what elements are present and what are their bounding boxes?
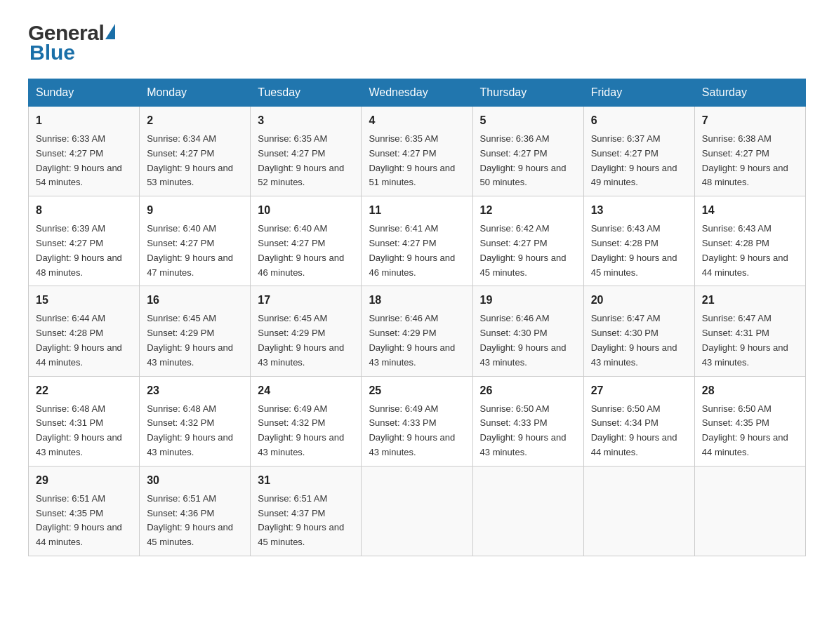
header-day-saturday: Saturday [694, 79, 805, 107]
day-cell-14: 14Sunrise: 6:43 AMSunset: 4:28 PMDayligh… [694, 196, 805, 286]
day-info: Sunrise: 6:47 AMSunset: 4:30 PMDaylight:… [591, 311, 687, 370]
day-cell-2: 2Sunrise: 6:34 AMSunset: 4:27 PMDaylight… [140, 107, 251, 196]
day-cell-16: 16Sunrise: 6:45 AMSunset: 4:29 PMDayligh… [140, 286, 251, 376]
day-number: 15 [36, 292, 132, 309]
day-info: Sunrise: 6:40 AMSunset: 4:27 PMDaylight:… [258, 222, 354, 280]
day-number: 14 [702, 202, 798, 219]
day-info: Sunrise: 6:35 AMSunset: 4:27 PMDaylight:… [258, 132, 354, 190]
day-info: Sunrise: 6:42 AMSunset: 4:27 PMDaylight:… [480, 222, 576, 280]
day-number: 5 [480, 112, 576, 129]
day-cell-27: 27Sunrise: 6:50 AMSunset: 4:34 PMDayligh… [583, 376, 694, 466]
header-day-tuesday: Tuesday [251, 79, 362, 107]
week-row-3: 15Sunrise: 6:44 AMSunset: 4:28 PMDayligh… [29, 286, 806, 376]
day-info: Sunrise: 6:50 AMSunset: 4:35 PMDaylight:… [702, 402, 798, 460]
day-info: Sunrise: 6:49 AMSunset: 4:32 PMDaylight:… [258, 402, 354, 460]
day-cell-11: 11Sunrise: 6:41 AMSunset: 4:27 PMDayligh… [362, 196, 472, 286]
day-info: Sunrise: 6:51 AMSunset: 4:37 PMDaylight:… [258, 492, 354, 550]
day-info: Sunrise: 6:34 AMSunset: 4:27 PMDaylight:… [147, 132, 243, 190]
logo-blue-text: Blue [29, 41, 75, 65]
day-number: 10 [258, 202, 354, 219]
header-day-friday: Friday [583, 79, 694, 107]
day-cell-20: 20Sunrise: 6:47 AMSunset: 4:30 PMDayligh… [583, 286, 694, 376]
page-header: General Blue [28, 21, 806, 65]
day-cell-12: 12Sunrise: 6:42 AMSunset: 4:27 PMDayligh… [472, 196, 583, 286]
day-cell-25: 25Sunrise: 6:49 AMSunset: 4:33 PMDayligh… [362, 376, 472, 466]
day-info: Sunrise: 6:50 AMSunset: 4:33 PMDaylight:… [480, 402, 576, 460]
day-info: Sunrise: 6:44 AMSunset: 4:28 PMDaylight:… [36, 311, 132, 370]
day-number: 8 [36, 202, 132, 219]
day-info: Sunrise: 6:38 AMSunset: 4:27 PMDaylight:… [702, 132, 798, 190]
day-number: 26 [480, 382, 576, 399]
day-number: 4 [369, 112, 465, 129]
day-cell-5: 5Sunrise: 6:36 AMSunset: 4:27 PMDaylight… [472, 107, 583, 196]
day-number: 21 [702, 292, 798, 309]
day-info: Sunrise: 6:45 AMSunset: 4:29 PMDaylight:… [147, 311, 243, 370]
day-number: 20 [591, 292, 687, 309]
day-info: Sunrise: 6:39 AMSunset: 4:27 PMDaylight:… [36, 222, 132, 280]
day-number: 23 [147, 382, 243, 399]
day-info: Sunrise: 6:46 AMSunset: 4:29 PMDaylight:… [369, 311, 465, 370]
day-info: Sunrise: 6:51 AMSunset: 4:35 PMDaylight:… [36, 492, 132, 550]
day-number: 9 [147, 202, 243, 219]
day-cell-23: 23Sunrise: 6:48 AMSunset: 4:32 PMDayligh… [140, 376, 251, 466]
day-info: Sunrise: 6:46 AMSunset: 4:30 PMDaylight:… [480, 311, 576, 370]
week-row-5: 29Sunrise: 6:51 AMSunset: 4:35 PMDayligh… [29, 466, 806, 556]
day-info: Sunrise: 6:36 AMSunset: 4:27 PMDaylight:… [480, 132, 576, 190]
day-number: 24 [258, 382, 354, 399]
day-number: 16 [147, 292, 243, 309]
day-number: 27 [591, 382, 687, 399]
header-day-wednesday: Wednesday [362, 79, 472, 107]
header-row: SundayMondayTuesdayWednesdayThursdayFrid… [29, 79, 806, 107]
day-cell-28: 28Sunrise: 6:50 AMSunset: 4:35 PMDayligh… [694, 376, 805, 466]
day-number: 7 [702, 112, 798, 129]
day-info: Sunrise: 6:41 AMSunset: 4:27 PMDaylight:… [369, 222, 465, 280]
logo: General Blue [28, 21, 115, 65]
day-info: Sunrise: 6:50 AMSunset: 4:34 PMDaylight:… [591, 402, 687, 460]
empty-cell [583, 466, 694, 556]
week-row-1: 1Sunrise: 6:33 AMSunset: 4:27 PMDaylight… [29, 107, 806, 196]
day-number: 12 [480, 202, 576, 219]
day-info: Sunrise: 6:47 AMSunset: 4:31 PMDaylight:… [702, 311, 798, 370]
day-info: Sunrise: 6:43 AMSunset: 4:28 PMDaylight:… [702, 222, 798, 280]
day-number: 13 [591, 202, 687, 219]
header-day-monday: Monday [140, 79, 251, 107]
day-cell-10: 10Sunrise: 6:40 AMSunset: 4:27 PMDayligh… [251, 196, 362, 286]
day-cell-29: 29Sunrise: 6:51 AMSunset: 4:35 PMDayligh… [29, 466, 140, 556]
day-info: Sunrise: 6:43 AMSunset: 4:28 PMDaylight:… [591, 222, 687, 280]
calendar-table: SundayMondayTuesdayWednesdayThursdayFrid… [28, 79, 806, 556]
week-row-2: 8Sunrise: 6:39 AMSunset: 4:27 PMDaylight… [29, 196, 806, 286]
day-number: 11 [369, 202, 465, 219]
empty-cell [694, 466, 805, 556]
day-number: 2 [147, 112, 243, 129]
day-cell-30: 30Sunrise: 6:51 AMSunset: 4:36 PMDayligh… [140, 466, 251, 556]
empty-cell [362, 466, 472, 556]
header-day-sunday: Sunday [29, 79, 140, 107]
day-info: Sunrise: 6:48 AMSunset: 4:32 PMDaylight:… [147, 402, 243, 460]
day-number: 19 [480, 292, 576, 309]
day-cell-24: 24Sunrise: 6:49 AMSunset: 4:32 PMDayligh… [251, 376, 362, 466]
day-number: 18 [369, 292, 465, 309]
week-row-4: 22Sunrise: 6:48 AMSunset: 4:31 PMDayligh… [29, 376, 806, 466]
day-info: Sunrise: 6:51 AMSunset: 4:36 PMDaylight:… [147, 492, 243, 550]
empty-cell [472, 466, 583, 556]
day-cell-21: 21Sunrise: 6:47 AMSunset: 4:31 PMDayligh… [694, 286, 805, 376]
day-cell-7: 7Sunrise: 6:38 AMSunset: 4:27 PMDaylight… [694, 107, 805, 196]
day-cell-6: 6Sunrise: 6:37 AMSunset: 4:27 PMDaylight… [583, 107, 694, 196]
day-info: Sunrise: 6:40 AMSunset: 4:27 PMDaylight:… [147, 222, 243, 280]
day-info: Sunrise: 6:35 AMSunset: 4:27 PMDaylight:… [369, 132, 465, 190]
day-cell-22: 22Sunrise: 6:48 AMSunset: 4:31 PMDayligh… [29, 376, 140, 466]
day-cell-13: 13Sunrise: 6:43 AMSunset: 4:28 PMDayligh… [583, 196, 694, 286]
header-day-thursday: Thursday [472, 79, 583, 107]
day-cell-26: 26Sunrise: 6:50 AMSunset: 4:33 PMDayligh… [472, 376, 583, 466]
day-info: Sunrise: 6:48 AMSunset: 4:31 PMDaylight:… [36, 402, 132, 460]
day-number: 25 [369, 382, 465, 399]
day-cell-31: 31Sunrise: 6:51 AMSunset: 4:37 PMDayligh… [251, 466, 362, 556]
day-cell-17: 17Sunrise: 6:45 AMSunset: 4:29 PMDayligh… [251, 286, 362, 376]
day-number: 31 [258, 472, 354, 489]
day-number: 29 [36, 472, 132, 489]
day-number: 30 [147, 472, 243, 489]
day-number: 6 [591, 112, 687, 129]
day-cell-1: 1Sunrise: 6:33 AMSunset: 4:27 PMDaylight… [29, 107, 140, 196]
day-number: 28 [702, 382, 798, 399]
day-cell-15: 15Sunrise: 6:44 AMSunset: 4:28 PMDayligh… [29, 286, 140, 376]
